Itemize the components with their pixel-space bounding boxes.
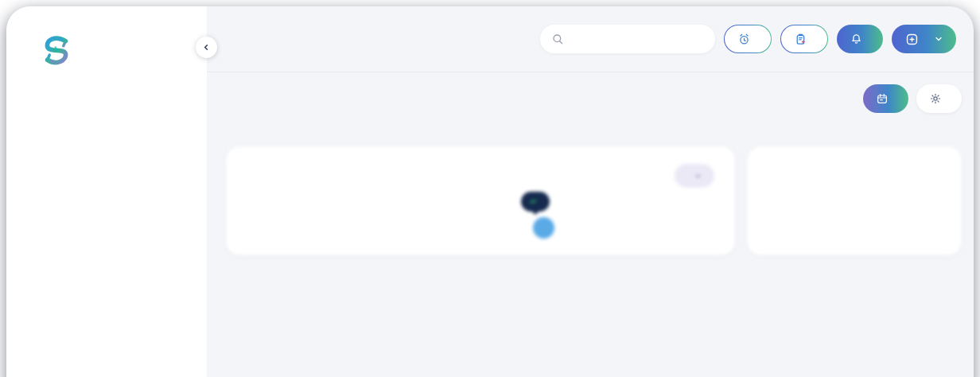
app-logo <box>6 6 207 67</box>
bottom-panels <box>207 136 974 255</box>
trend-up-icon <box>529 197 538 206</box>
top-header <box>207 6 974 72</box>
chevron-left-icon <box>202 43 211 52</box>
overview-panel <box>226 146 735 255</box>
dashboard-setting-button[interactable] <box>916 84 962 113</box>
date-range-button[interactable] <box>863 84 908 113</box>
main-area <box>207 6 974 377</box>
search-icon <box>551 33 564 45</box>
filter-group <box>863 84 962 113</box>
start-timer-button[interactable] <box>724 25 772 53</box>
calendar-icon <box>876 92 889 105</box>
notifications-button[interactable] <box>837 25 883 53</box>
sidebar-collapse-button[interactable] <box>196 37 217 58</box>
chart-point <box>533 217 554 239</box>
app-container <box>6 6 974 377</box>
chevron-down-icon <box>694 172 702 181</box>
period-dropdown[interactable] <box>675 164 714 188</box>
gear-icon <box>929 92 942 105</box>
sidebar <box>6 6 207 377</box>
add-button[interactable] <box>892 25 956 53</box>
chevron-down-icon <box>934 34 943 44</box>
search-box[interactable] <box>540 25 715 53</box>
chart-tooltip <box>521 192 550 212</box>
tabs-row <box>207 72 974 113</box>
stat-cards-grid <box>207 113 974 136</box>
clipboard-plus-icon <box>794 33 807 46</box>
customers-panel <box>747 146 962 255</box>
bell-icon <box>850 33 863 46</box>
search-input[interactable] <box>571 33 704 45</box>
alarm-clock-icon <box>737 33 751 46</box>
plus-square-icon <box>904 32 920 47</box>
tasks-button[interactable] <box>780 25 828 53</box>
